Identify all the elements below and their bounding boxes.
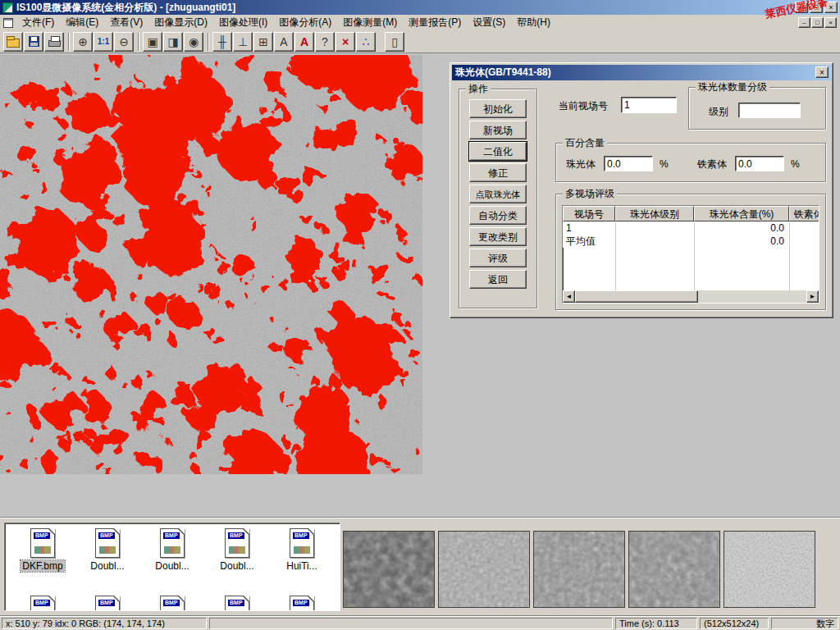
cursor-status: x: 510 y: 79 idx: 0 RGB: (174, 174, 174) xyxy=(2,618,207,629)
scroll-thumb[interactable] xyxy=(575,290,698,303)
zoom-out-button[interactable]: ⊖ xyxy=(114,32,134,52)
grid-line xyxy=(615,221,616,290)
initialize-button[interactable]: 初始化 xyxy=(469,99,527,118)
help-button[interactable]: ? xyxy=(315,32,335,52)
bmp-tag: BMP xyxy=(293,600,309,606)
col-pearlite-content[interactable]: 珠光体含量(%) xyxy=(694,206,789,221)
app-icon xyxy=(2,2,13,13)
correct-button[interactable]: 修正 xyxy=(469,163,527,182)
sample-thumbnail[interactable] xyxy=(628,531,720,608)
table-row[interactable]: 平均值 0.0 xyxy=(563,235,819,248)
help-icon: ? xyxy=(322,36,328,48)
pearlite-unit: % xyxy=(660,158,669,170)
menu-file[interactable]: 文件(F) xyxy=(16,15,60,30)
current-field-input[interactable] xyxy=(621,97,677,113)
file-item[interactable]: BMP Doubl... xyxy=(206,528,268,572)
menu-settings[interactable]: 设置(S) xyxy=(467,15,511,30)
scroll-right-arrow[interactable]: ► xyxy=(806,290,819,303)
menu-image-processing[interactable]: 图像处理(I) xyxy=(213,15,273,30)
sample-thumbnail[interactable] xyxy=(724,531,815,608)
table-row[interactable]: 1 0.0 xyxy=(563,221,819,235)
child-close-button[interactable]: × xyxy=(824,17,837,28)
caliper-icon: ╫ xyxy=(218,36,226,48)
cell-field-no: 1 xyxy=(563,221,615,235)
col-ferrite-content[interactable]: 铁素体含量(%) xyxy=(789,206,819,221)
pick-pearlite-button[interactable]: 点取珠光体 xyxy=(469,185,527,203)
image-size-status: (512x512x24) xyxy=(700,618,769,629)
binarize-button[interactable]: 二值化 xyxy=(469,142,527,161)
close-button[interactable]: × xyxy=(824,2,838,13)
delete-button[interactable]: × xyxy=(336,32,355,52)
percent-group-label: 百分含量 xyxy=(563,137,607,148)
text-style-button[interactable]: A xyxy=(294,32,314,52)
thumbnail-art xyxy=(229,546,245,554)
col-field-no[interactable]: 视场号 xyxy=(563,206,615,221)
file-item[interactable]: BMP Doubl... xyxy=(76,528,139,572)
menu-image-display[interactable]: 图像显示(D) xyxy=(148,15,213,30)
text-button[interactable]: A xyxy=(274,32,294,52)
save-button[interactable] xyxy=(24,32,43,52)
col-pearlite-level[interactable]: 珠光体级别 xyxy=(615,206,694,221)
open-button[interactable] xyxy=(3,32,23,52)
menu-image-measure[interactable]: 图像测量(M) xyxy=(337,15,403,30)
dialog-title-bar[interactable]: 珠光体(GB/T9441-88) × xyxy=(452,65,831,80)
menu-edit[interactable]: 编辑(E) xyxy=(60,15,104,30)
level-input[interactable] xyxy=(738,103,801,118)
dialog-close-button[interactable]: × xyxy=(815,66,829,78)
file-item[interactable]: BMP xyxy=(11,596,74,611)
menu-image-analysis[interactable]: 图像分析(A) xyxy=(273,15,337,30)
rate-button[interactable]: 评级 xyxy=(469,249,527,267)
thumbnail-art xyxy=(294,546,310,554)
one-to-one-icon: 1:1 xyxy=(98,38,109,46)
zoom-in-button[interactable]: ⊕ xyxy=(73,32,93,52)
grid-icon: ⊞ xyxy=(258,36,268,48)
metallographic-image[interactable] xyxy=(0,55,422,474)
caliper-button[interactable]: ╫ xyxy=(212,32,232,52)
title-bar[interactable]: IS100显微摄像系统(金相分析版) - [zhuguangti01] – □ … xyxy=(0,0,840,15)
file-item[interactable]: BMP Doubl... xyxy=(141,528,203,572)
camera-button[interactable]: ▣ xyxy=(143,32,162,52)
pearlite-percent-input[interactable] xyxy=(604,156,653,171)
capture-button[interactable]: ◉ xyxy=(184,32,203,52)
thumbnail-art xyxy=(164,546,180,554)
file-item[interactable]: BMP HuiTi... xyxy=(271,528,333,572)
child-minimize-button[interactable]: – xyxy=(798,17,810,28)
measure-button[interactable]: ⊥ xyxy=(233,32,253,52)
child-restore-button[interactable]: □ xyxy=(811,17,824,28)
file-item[interactable]: BMP xyxy=(206,596,268,611)
auto-classify-button[interactable]: 自动分类 xyxy=(469,206,527,225)
sample-thumbnail[interactable] xyxy=(438,531,530,608)
file-item[interactable]: BMP DKF.bmp xyxy=(11,528,74,572)
child-window-icon[interactable] xyxy=(3,18,13,28)
minimize-button[interactable]: – xyxy=(795,2,808,13)
classify-button[interactable]: ∴ xyxy=(356,32,376,52)
dialog-title: 珠光体(GB/T9441-88) xyxy=(455,66,551,80)
new-field-button[interactable]: 新视场 xyxy=(469,121,527,139)
video-button[interactable]: ◨ xyxy=(163,32,183,52)
menu-help[interactable]: 帮助(H) xyxy=(511,15,556,30)
file-item[interactable]: BMP xyxy=(271,596,333,611)
maximize-button[interactable]: □ xyxy=(810,2,823,13)
actual-size-button[interactable]: 1:1 xyxy=(94,32,113,52)
ferrite-percent-input[interactable] xyxy=(735,156,784,171)
scroll-left-arrow[interactable]: ◄ xyxy=(563,290,575,303)
toolbar-separator xyxy=(68,33,70,51)
grid-button[interactable]: ⊞ xyxy=(253,32,273,52)
ruler-button[interactable]: ▯ xyxy=(385,32,404,52)
print-button[interactable] xyxy=(44,32,64,52)
file-item[interactable]: BMP xyxy=(76,596,139,611)
file-name: Doubl... xyxy=(141,560,203,572)
time-status: Time (s): 0.113 xyxy=(615,618,697,629)
open-folder-icon xyxy=(7,39,20,48)
bmp-file-icon: BMP xyxy=(30,528,55,558)
bmp-file-icon: BMP xyxy=(290,596,314,611)
sample-thumbnail[interactable] xyxy=(343,531,435,608)
change-class-button[interactable]: 更改类别 xyxy=(469,227,527,246)
sample-thumbnail[interactable] xyxy=(533,531,625,608)
menu-measure-report[interactable]: 测量报告(P) xyxy=(403,15,467,30)
horizontal-scrollbar[interactable]: ◄ ► xyxy=(563,290,819,303)
file-item[interactable]: BMP xyxy=(141,596,203,611)
menu-view[interactable]: 查看(V) xyxy=(104,15,148,30)
ferrite-label: 铁素体 xyxy=(697,158,727,170)
return-button[interactable]: 返回 xyxy=(469,270,527,289)
